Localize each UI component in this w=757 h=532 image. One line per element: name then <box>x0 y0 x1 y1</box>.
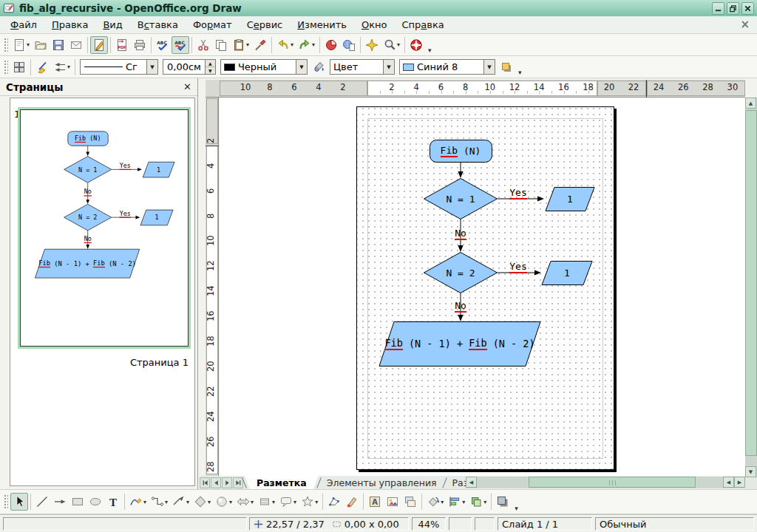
toolbar-overflow-icon[interactable]: ▾ <box>428 47 432 54</box>
export-pdf-button[interactable]: PDF <box>113 36 131 54</box>
toolbar-drag-handle[interactable] <box>4 38 8 52</box>
align-button[interactable]: ▾ <box>446 493 467 511</box>
scroll-left-icon[interactable]: ◀ <box>466 477 477 488</box>
dropdown-caret-icon[interactable]: ▾ <box>483 499 486 505</box>
menu-edit[interactable]: Правка <box>44 18 95 32</box>
block-arrows-button[interactable]: ▾ <box>234 493 256 511</box>
edit-file-button[interactable] <box>90 36 108 54</box>
drawing-page[interactable]: Fib (N) N = 1 1 N = 2 1 Fib (N - 1) + Fi… <box>356 106 614 470</box>
callouts-button[interactable]: ▾ <box>277 493 299 511</box>
flowchart[interactable]: Fib (N) N = 1 1 N = 2 1 Fib (N - 1) + Fi… <box>21 110 188 346</box>
hyperlink-button[interactable] <box>340 36 358 54</box>
menu-help[interactable]: Справка <box>394 18 451 32</box>
dropdown-caret-icon[interactable]: ▾ <box>315 499 318 505</box>
dropdown-caret-icon[interactable]: ▾ <box>27 41 30 48</box>
tab-nav-prev-icon[interactable] <box>211 477 221 488</box>
print-button[interactable] <box>131 36 149 54</box>
restore-button[interactable] <box>727 2 739 15</box>
toolbar-drag-handle[interactable] <box>4 60 8 75</box>
undo-button[interactable]: ▾ <box>274 36 296 54</box>
tab-controls[interactable]: Элементы управления <box>319 476 444 489</box>
text-button[interactable]: T <box>104 493 122 511</box>
symbol-shapes-button[interactable]: ▾ <box>213 493 234 511</box>
select-button[interactable] <box>10 493 28 511</box>
scroll-down-icon[interactable]: ▼ <box>745 466 756 477</box>
shadow-tool-button[interactable] <box>494 493 512 511</box>
save-button[interactable] <box>50 36 67 54</box>
curve-button[interactable]: ▾ <box>127 493 149 511</box>
menu-modify[interactable]: Изменить <box>290 18 354 32</box>
lines-arrows-button[interactable]: ▾ <box>170 493 191 511</box>
vertical-scroll-thumb[interactable] <box>745 110 757 456</box>
fill-color-select[interactable]: Синий 8 ▼ <box>399 59 495 75</box>
page-thumbnail[interactable]: Fib (N) N = 1 1 N = 2 1 Fib (N - 1) + Fi… <box>18 107 191 349</box>
basic-shapes-button[interactable]: ▾ <box>191 493 213 511</box>
styles-button[interactable] <box>10 58 28 76</box>
from-file-button[interactable] <box>384 493 401 511</box>
rectangle-button[interactable] <box>69 493 86 511</box>
arrow-style-button[interactable]: ▾ <box>51 58 72 76</box>
dropdown-caret-icon[interactable]: ▾ <box>293 499 296 505</box>
tab-layout[interactable]: Разметка <box>245 476 319 489</box>
dropdown-caret-icon[interactable]: ▾ <box>186 499 189 505</box>
dropdown-caret-icon[interactable]: ▾ <box>441 499 444 505</box>
spin-up-icon[interactable]: ▲ <box>206 60 215 67</box>
glue-points-button[interactable] <box>343 493 361 511</box>
edit-points-button[interactable] <box>325 493 343 511</box>
dropdown-caret-icon[interactable]: ▾ <box>462 499 465 505</box>
pages-panel-close-icon[interactable]: ✕ <box>183 81 191 92</box>
scroll-left2-icon[interactable]: ◀ <box>723 477 734 488</box>
dropdown-caret-icon[interactable]: ▾ <box>312 41 315 48</box>
line-style-select[interactable]: Сг ▼ <box>80 59 158 75</box>
rotate-button[interactable]: ▾ <box>424 493 446 511</box>
horizontal-ruler[interactable]: 10864224681012141618202224262830 <box>206 80 745 98</box>
spellcheck-button[interactable]: ABC <box>154 36 172 54</box>
stars-button[interactable]: ▾ <box>299 493 320 511</box>
menu-tools[interactable]: Сервис <box>240 18 291 32</box>
navigator-button[interactable] <box>363 36 381 54</box>
close-button[interactable] <box>741 2 754 15</box>
menu-format[interactable]: Формат <box>186 18 240 32</box>
paste-button[interactable]: ▾ <box>230 36 251 54</box>
dropdown-caret-icon[interactable]: ▾ <box>251 499 254 505</box>
document-email-button[interactable] <box>67 36 85 54</box>
ellipse-button[interactable] <box>86 493 104 511</box>
scroll-up-icon[interactable]: ▲ <box>745 98 756 109</box>
toolbar-overflow-icon[interactable]: ▾ <box>515 505 518 512</box>
close-document-button[interactable]: × <box>740 19 750 30</box>
flowchart-shapes-button[interactable]: ▾ <box>256 493 277 511</box>
connector-button[interactable]: ▾ <box>149 493 170 511</box>
new-document-button[interactable]: ▾ <box>10 36 32 54</box>
drawing-canvas[interactable]: Fib (N) N = 1 1 N = 2 1 Fib (N - 1) + Fi… <box>220 98 745 476</box>
dropdown-caret-icon[interactable]: ▾ <box>229 499 232 505</box>
tab-dimension-lines[interactable]: Разм <box>445 476 466 489</box>
auto-spellcheck-button[interactable]: ABC <box>172 36 189 54</box>
dropdown-caret-icon[interactable]: ▾ <box>397 41 400 48</box>
zoom-button[interactable]: ▾ <box>381 36 402 54</box>
status-style-cell[interactable]: Обычный <box>595 517 754 531</box>
line-style-dropdown-icon[interactable]: ▼ <box>146 60 157 74</box>
format-paintbrush-button[interactable] <box>251 36 269 54</box>
scroll-right-icon[interactable]: ▶ <box>734 477 745 488</box>
toolbar-overflow-icon[interactable]: ▾ <box>518 69 522 76</box>
shadow-button[interactable] <box>498 58 515 76</box>
tab-nav-first-icon[interactable] <box>200 477 210 488</box>
gallery-button[interactable] <box>401 493 419 511</box>
menu-file[interactable]: Файл <box>3 18 44 32</box>
dropdown-caret-icon[interactable]: ▾ <box>143 499 146 505</box>
fill-color-dropdown-icon[interactable]: ▼ <box>483 60 495 74</box>
arrange-button[interactable]: ▾ <box>467 493 489 511</box>
arrow-button[interactable] <box>51 493 69 511</box>
fill-type-dropdown-icon[interactable]: ▼ <box>383 60 394 74</box>
line-color-select[interactable]: Черный ▼ <box>220 59 308 75</box>
help-button[interactable] <box>407 36 425 54</box>
flowchart[interactable]: Fib (N) N = 1 1 N = 2 1 Fib (N - 1) + Fi… <box>357 107 615 471</box>
redo-button[interactable]: ▾ <box>296 36 317 54</box>
copy-button[interactable] <box>212 36 230 54</box>
horizontal-scroll-thumb[interactable] <box>529 477 696 488</box>
dropdown-caret-icon[interactable]: ▾ <box>272 499 275 505</box>
minimize-button[interactable] <box>712 2 724 15</box>
line-color-dropdown-icon[interactable]: ▼ <box>296 60 307 74</box>
open-folder-button[interactable] <box>32 36 50 54</box>
dropdown-caret-icon[interactable]: ▾ <box>165 499 168 505</box>
